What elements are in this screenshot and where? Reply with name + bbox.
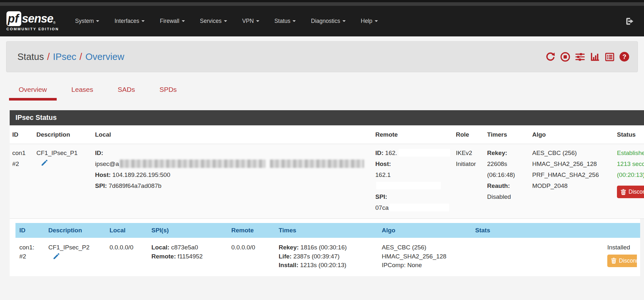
child-table-header-row: ID Description Local SPI(s) Remote Times…	[15, 223, 640, 238]
cell-description: CF1_IPsec_P2	[44, 243, 106, 270]
reauth-label: Reauth:	[487, 182, 510, 189]
col-header-local: Local	[92, 131, 373, 138]
rekey-label: Rekey:	[487, 150, 507, 156]
status-text: Installed	[607, 243, 637, 252]
nav-item-services[interactable]: Services	[200, 18, 227, 24]
pfsense-logo[interactable]: pfsense® COMMUNITY EDITION	[6, 11, 59, 31]
breadcrumb-link-overview[interactable]: Overview	[85, 52, 124, 62]
trash-icon	[611, 258, 616, 264]
panel-title: IPsec Status	[10, 110, 644, 125]
redacted-blur	[120, 160, 265, 168]
nav-item-status[interactable]: Status	[274, 18, 296, 24]
col-header-timers: Timers	[485, 131, 530, 138]
nav-item-label: Firewall	[160, 18, 179, 24]
tab-sads[interactable]: SADs	[108, 81, 145, 101]
cell-remote: ID: 162. Host: 162.1 SPI: 07ca	[373, 148, 453, 213]
remote-spi-value: 07ca	[375, 204, 389, 211]
nav-item-label: Help	[361, 18, 372, 24]
pencil-icon	[53, 253, 60, 260]
col-header-role: Role	[453, 131, 485, 138]
cell-stats	[471, 243, 603, 270]
table-row: con1 #2 CF1_IPsec_P1 ID: ipsec@a Host: 1…	[10, 144, 644, 219]
sign-out-icon	[625, 16, 634, 26]
breadcrumb: Status/IPsec/Overview ?	[6, 41, 638, 72]
status-age-time: (00:20:13)	[617, 169, 644, 180]
tab-overview[interactable]: Overview	[9, 81, 57, 101]
conn-id: con1	[12, 148, 34, 159]
tab-spds[interactable]: SPDs	[150, 81, 187, 101]
disconnect-button[interactable]: Disconnect	[617, 186, 644, 198]
local-id-label: ID:	[95, 150, 103, 156]
nav-item-diagnostics[interactable]: Diagnostics	[311, 18, 345, 24]
algo-enc: AES_CBC (256)	[382, 243, 471, 252]
window-title-strip	[0, 2, 644, 6]
nav-item-help[interactable]: Help	[361, 18, 378, 24]
ike-sa-table: ID Description Local Remote Role Timers …	[10, 125, 644, 276]
cell-times: Rekey: 1816s (00:30:16) Life: 2387s (00:…	[275, 243, 378, 270]
algo-integ: HMAC_SHA2_256_128	[532, 159, 614, 169]
cell-id: con1 #2	[10, 148, 34, 213]
col-header-algo: Algo	[530, 131, 614, 138]
nav-item-label: VPN	[242, 18, 254, 24]
child-sa-table: ID Description Local SPI(s) Remote Times…	[15, 223, 640, 276]
cell-description: CF1_IPsec_P1	[34, 148, 92, 213]
col-header-times: Times	[275, 227, 378, 234]
stop-button[interactable]	[560, 52, 570, 62]
life-value: 2387s (00:39:47)	[293, 253, 340, 260]
cell-local: 0.0.0.0/0	[106, 243, 148, 270]
cell-algo: AES_CBC (256) HMAC_SHA2_256_128 IPComp: …	[378, 243, 471, 270]
edit-button[interactable]	[41, 159, 48, 167]
chevron-down-icon	[182, 20, 185, 22]
cell-algo: AES_CBC (256) HMAC_SHA2_256_128 PRF_HMAC…	[530, 148, 614, 213]
breadcrumb-link-ipsec[interactable]: IPsec	[53, 52, 76, 62]
disconnect-label: Disconnect	[619, 257, 637, 264]
algo-enc: AES_CBC (256)	[532, 148, 614, 159]
nav-item-firewall[interactable]: Firewall	[160, 18, 185, 24]
breadcrumb-actions: ?	[545, 52, 629, 62]
nav-item-label: Services	[200, 18, 222, 24]
help-icon: ?	[620, 52, 629, 62]
col-header-algo: Algo	[378, 227, 471, 234]
local-spi-label: SPI:	[95, 182, 107, 189]
remote-host-label: Host:	[375, 160, 391, 167]
remote-host-value: 162.1	[375, 171, 391, 178]
pfsense-logo-text: pfsense®	[6, 11, 59, 26]
col-header-remote: Remote	[227, 227, 275, 234]
cell-status: Established 1213 seconds (00:20:13) Disc…	[614, 148, 644, 213]
algo-integ: HMAC_SHA2_256_128	[382, 252, 471, 261]
col-header-status: Status	[614, 131, 644, 138]
nav-item-vpn[interactable]: VPN	[242, 18, 259, 24]
remote-id-value: 162.	[385, 150, 397, 156]
pfsense-logo-edition: COMMUNITY EDITION	[6, 27, 59, 31]
col-header-id: ID	[15, 227, 44, 234]
col-header-description: Description	[44, 227, 106, 234]
filter-button[interactable]	[575, 52, 585, 62]
nav-item-interfaces[interactable]: Interfaces	[114, 18, 145, 24]
install-label: Install:	[279, 262, 298, 268]
cell-local: ID: ipsec@a Host: 104.189.226.195:500 SP…	[92, 148, 373, 213]
redacted-white	[399, 149, 450, 157]
col-header-stats: Stats	[471, 227, 603, 234]
help-button[interactable]: ?	[620, 52, 629, 62]
refresh-button[interactable]	[545, 52, 555, 62]
log-button[interactable]	[605, 52, 615, 62]
edit-button[interactable]	[53, 253, 60, 261]
col-header-spis: SPI(s)	[148, 227, 227, 234]
nav-item-system[interactable]: System	[75, 18, 99, 24]
refresh-icon	[545, 52, 555, 62]
cell-spis: Local: c873e5a0 Remote: f1154952	[148, 243, 227, 270]
chevron-down-icon	[224, 20, 227, 22]
role-value: Initiator	[456, 159, 485, 169]
cell-role: IKEv2 Initiator	[453, 148, 485, 213]
chevron-down-icon	[375, 20, 378, 22]
redacted-blur	[270, 160, 364, 168]
life-label: Life:	[279, 253, 292, 260]
graph-button[interactable]	[590, 52, 600, 62]
ipsec-status-panel: IPsec Status ID Description Local Remote…	[10, 110, 644, 276]
install-value: 1213s (00:20:13)	[300, 262, 347, 268]
local-id-value: ipsec@a	[95, 160, 119, 167]
rekey-value: 1816s (00:30:16)	[301, 244, 347, 251]
tab-leases[interactable]: Leases	[62, 81, 103, 101]
disconnect-button[interactable]: Disconnect	[607, 255, 637, 267]
sign-out-button[interactable]	[625, 16, 634, 26]
